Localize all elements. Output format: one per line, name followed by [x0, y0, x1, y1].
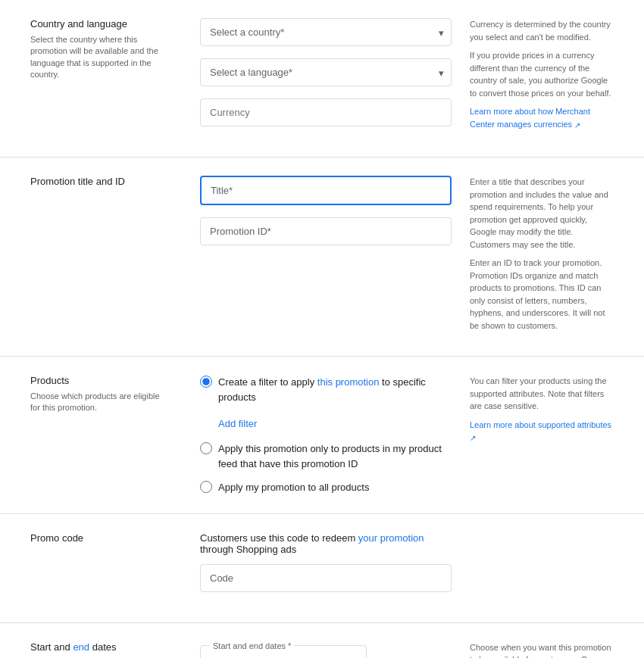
- promo-id-field-wrapper: [200, 217, 452, 245]
- country-language-title: Country and language: [30, 18, 170, 30]
- radio-option-all-products: Apply my promotion to all products: [200, 480, 452, 495]
- promo-id-input[interactable]: [200, 217, 452, 245]
- section-left-dates: Start and end dates: [30, 641, 182, 659]
- promo-title-heading: Promotion title and ID: [30, 176, 170, 187]
- merchant-center-currencies-link[interactable]: Learn more about how Merchant Center man…: [470, 107, 590, 129]
- language-select-wrapper: Select a language* ▾: [200, 58, 452, 86]
- page-container: Country and language Select the country …: [0, 0, 644, 658]
- radio-filter-input[interactable]: [200, 376, 212, 388]
- code-input[interactable]: [200, 564, 452, 592]
- radio-option-filter: Create a filter to apply this promotion …: [200, 375, 452, 404]
- dates-note: Choose when you want this promotion to b…: [470, 641, 614, 659]
- language-field: Select a language* ▾: [200, 58, 452, 86]
- promo-code-title: Promo code: [30, 532, 170, 544]
- radio-filter-label: Create a filter to apply this promotion …: [218, 375, 452, 404]
- country-language-desc: Select the country where this promotion …: [30, 34, 170, 81]
- section-middle-promo-title: [182, 176, 470, 338]
- section-right-promo-title: Enter a title that describes your promot…: [470, 176, 614, 338]
- external-link-icon: ↗: [574, 120, 580, 129]
- language-select[interactable]: Select a language*: [200, 58, 452, 86]
- country-select-wrapper: Select a country* ▾: [200, 18, 452, 46]
- products-radio-group: Create a filter to apply this promotion …: [200, 375, 452, 495]
- section-middle-country: Select a country* ▾ Select a language* ▾: [182, 18, 470, 139]
- supported-attributes-link[interactable]: Learn more about supported attributes ↗: [470, 420, 611, 442]
- products-note-1: You can filter your products using the s…: [470, 375, 614, 413]
- currency-input[interactable]: [200, 98, 452, 126]
- products-section: Products Choose which products are eligi…: [0, 357, 644, 514]
- date-range-fieldset: Start and end dates * Select a date rang…: [200, 641, 367, 659]
- section-middle-dates: Start and end dates * Select a date rang…: [182, 641, 470, 659]
- products-desc: Choose which products are eligible for t…: [30, 391, 170, 414]
- section-left-promo-title: Promotion title and ID: [30, 176, 182, 338]
- radio-filter-link-text: this promotion: [317, 376, 380, 388]
- supported-attr-external-icon: ↗: [470, 434, 476, 442]
- promo-code-section: Promo code Customers use this code to re…: [0, 514, 644, 623]
- dates-title: Start and end dates: [30, 641, 170, 653]
- radio-all-label: Apply my promotion to all products: [218, 480, 369, 495]
- title-note-2: Enter an ID to track your promotion. Pro…: [470, 257, 614, 332]
- title-input[interactable]: [200, 176, 452, 205]
- section-left-products: Products Choose which products are eligi…: [30, 375, 182, 495]
- currency-note-2: If you provide prices in a currency diff…: [470, 49, 614, 99]
- currency-field-wrapper: [200, 98, 452, 126]
- title-field-wrapper: [200, 176, 452, 205]
- country-select[interactable]: Select a country*: [200, 18, 452, 46]
- country-language-section: Country and language Select the country …: [0, 0, 644, 157]
- date-range-legend: Start and end dates *: [210, 641, 294, 650]
- end-blue-text: end: [73, 641, 89, 653]
- country-field: Select a country* ▾: [200, 18, 452, 46]
- section-right-dates: Choose when you want this promotion to b…: [470, 641, 614, 659]
- section-right-promo-code: [470, 532, 614, 604]
- section-right-products: You can filter your products using the s…: [470, 375, 614, 495]
- dates-section: Start and end dates Start and end dates …: [0, 623, 644, 659]
- section-middle-promo-code: Customers use this code to redeem your p…: [182, 532, 470, 604]
- radio-feed-label: Apply this promotion only to products in…: [218, 441, 452, 471]
- title-note-1: Enter a title that describes your promot…: [470, 176, 614, 251]
- radio-option-product-feed: Apply this promotion only to products in…: [200, 441, 452, 471]
- section-left-country: Country and language Select the country …: [30, 18, 182, 139]
- radio-feed-input[interactable]: [200, 442, 212, 454]
- promo-code-note: Customers use this code to redeem your p…: [200, 532, 452, 555]
- products-title: Products: [30, 375, 170, 386]
- section-right-country: Currency is determined by the country yo…: [470, 18, 614, 139]
- radio-all-input[interactable]: [200, 481, 212, 493]
- section-middle-products: Create a filter to apply this promotion …: [182, 375, 470, 495]
- code-field-wrapper: [200, 564, 452, 592]
- section-left-promo-code: Promo code: [30, 532, 182, 604]
- promotion-title-section: Promotion title and ID Enter a title tha…: [0, 157, 644, 357]
- currency-note-1: Currency is determined by the country yo…: [470, 18, 614, 43]
- promo-code-link[interactable]: your promotion: [358, 532, 424, 544]
- add-filter-wrapper: Add filter: [218, 413, 452, 432]
- add-filter-link[interactable]: Add filter: [218, 418, 452, 429]
